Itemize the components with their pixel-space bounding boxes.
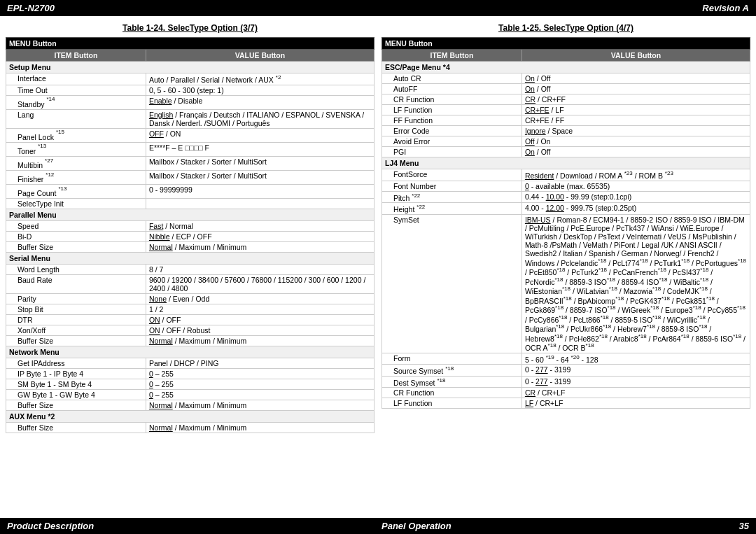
section-header: Setup Menu: [6, 62, 374, 73]
table25-col-value: VALUE Button: [522, 50, 750, 62]
table-row: Buffer SizeNormal / Maximum / Minimum: [6, 423, 374, 433]
table25: MENU Button ITEM Button VALUE Button ESC…: [382, 37, 750, 409]
table-row: CR FunctionCR / CR+FF: [382, 94, 750, 105]
value-cell: ON / OFF: [146, 315, 374, 325]
value-cell: 0 – 255: [146, 369, 374, 379]
table-row: Xon/XoffON / OFF / Robust: [6, 325, 374, 336]
table-row: SpeedFast / Normal: [6, 221, 374, 232]
table-row: Word Length8 / 7: [6, 265, 374, 275]
item-cell: Bi-D: [6, 232, 146, 242]
item-cell: Interface: [6, 73, 146, 85]
table24-col-headers: ITEM Button VALUE Button: [6, 50, 374, 62]
table25-menu-header-row: MENU Button: [382, 38, 750, 50]
table25-section: Table 1-25. SelecType Option (4/7) MENU …: [382, 23, 750, 433]
table24-col-item: ITEM Button: [6, 50, 146, 62]
table24-col-value: VALUE Button: [146, 50, 374, 62]
table-row: Height *224.00 - 12.00 - 999.75 (step:0.…: [382, 203, 750, 215]
table24-section-row: AUX Menu *2: [6, 411, 374, 423]
table24-section-row: Serial Menu: [6, 253, 374, 265]
table24-section-row: Network Menu: [6, 346, 374, 358]
section-header: Network Menu: [6, 346, 374, 358]
table-row: Avoid ErrorOff / On: [382, 136, 750, 147]
footer-center: Panel Operation: [382, 521, 451, 531]
value-cell: 4.00 - 12.00 - 999.75 (step:0.25pt): [522, 203, 750, 215]
table-row: LF FunctionLF / CR+LF: [382, 398, 750, 409]
table-row: Auto CROn / Off: [382, 73, 750, 84]
table24-menu-header-row: MENU Button: [6, 38, 374, 50]
item-cell: Buffer Size: [6, 423, 146, 433]
section-header: LJ4 Menu: [382, 157, 750, 169]
header-right: Revision A: [702, 3, 749, 13]
table-row: Baud Rate9600 / 19200 / 38400 / 57600 / …: [6, 275, 374, 294]
table-row: Multibin *27Mailbox / Stacker / Sorter /…: [6, 156, 374, 170]
item-cell: Word Length: [6, 265, 146, 275]
item-cell: Panel Lock *15: [6, 128, 146, 142]
table-row: Toner *13E****F – E □□□□ F: [6, 142, 374, 156]
table-row: Font Number0 - available (max. 65535): [382, 181, 750, 191]
footer-left: Product Description: [7, 521, 94, 531]
item-cell: Page Count *13: [6, 185, 146, 199]
value-cell: On / Off: [522, 84, 750, 94]
value-cell: Panel / DHCP / PING: [146, 358, 374, 369]
table24-menu-header: MENU Button: [6, 38, 374, 50]
value-cell: CR+FE / LF: [522, 105, 750, 115]
value-cell: 0 - 277 - 3199: [522, 365, 750, 377]
value-cell: 0 - 277 - 3199: [522, 376, 750, 388]
item-cell: Standby *14: [6, 95, 146, 109]
value-cell: 0 – 255: [146, 379, 374, 390]
table24-section-row: Setup Menu: [6, 62, 374, 73]
item-cell: FontSorce: [382, 169, 522, 181]
item-cell: Buffer Size: [6, 336, 146, 346]
value-cell: E****F – E □□□□ F: [146, 142, 374, 156]
header-left: EPL-N2700: [7, 3, 55, 13]
item-cell: SM Byte 1 - SM Byte 4: [6, 379, 146, 390]
value-cell: OFF / ON: [146, 128, 374, 142]
item-cell: Buffer Size: [6, 400, 146, 411]
item-cell: Baud Rate: [6, 275, 146, 294]
value-cell: Ignore / Space: [522, 126, 750, 136]
item-cell: LF Function: [382, 105, 522, 115]
value-cell: IBM-US / Roman-8 / ECM94-1 / 8859-2 ISO …: [522, 214, 750, 353]
value-cell: 5 - 60 *19 - 64 *20 - 128: [522, 353, 750, 365]
table25-col-item: ITEM Button: [382, 50, 522, 62]
value-cell: ON / OFF / Robust: [146, 325, 374, 336]
footer: Product Description Panel Operation 35: [0, 518, 756, 534]
table-row: ParityNone / Even / Odd: [6, 294, 374, 304]
item-cell: Time Out: [6, 85, 146, 95]
value-cell: LF / CR+LF: [522, 398, 750, 409]
item-cell: Lang: [6, 109, 146, 128]
table-row: FontSorceResident / Download / ROM A *23…: [382, 169, 750, 181]
table-row: Time Out0, 5 - 60 - 300 (step: 1): [6, 85, 374, 95]
table-row: Buffer SizeNormal / Maximum / Minimum: [6, 336, 374, 346]
value-cell: None / Even / Odd: [146, 294, 374, 304]
table-row: Finisher *12Mailbox / Stacker / Sorter /…: [6, 171, 374, 185]
section-header: AUX Menu *2: [6, 411, 374, 423]
item-cell: DTR: [6, 315, 146, 325]
footer-right: 35: [739, 521, 749, 531]
table-row: Standby *14Enable / Disable: [6, 95, 374, 109]
table25-col-headers: ITEM Button VALUE Button: [382, 50, 750, 62]
item-cell: Height *22: [382, 203, 522, 215]
table-row: Source Symset *180 - 277 - 3199: [382, 365, 750, 377]
value-cell: Mailbox / Stacker / Sorter / MultiSort: [146, 156, 374, 170]
item-cell: LF Function: [382, 398, 522, 409]
value-cell: On / Off: [522, 73, 750, 84]
value-cell: Normal / Maximum / Minimum: [146, 336, 374, 346]
table-row: PGIOn / Off: [382, 147, 750, 157]
value-cell: 0 - available (max. 65535): [522, 181, 750, 191]
item-cell: Dest Symset *18: [382, 376, 522, 388]
item-cell: SymSet: [382, 214, 522, 353]
value-cell: 0 – 255: [146, 390, 374, 400]
table24: MENU Button ITEM Button VALUE Button Set…: [6, 37, 374, 433]
item-cell: IP Byte 1 - IP Byte 4: [6, 369, 146, 379]
value-cell: Nibble / ECP / OFF: [146, 232, 374, 242]
item-cell: Font Number: [382, 181, 522, 191]
value-cell: Auto / Parallel / Serial / Network / AUX…: [146, 73, 374, 85]
item-cell: Finisher *12: [6, 171, 146, 185]
item-cell: Stop Bit: [6, 304, 146, 315]
table24-title: Table 1-24. SelecType Option (3/7): [6, 23, 374, 33]
table-row: SymSetIBM-US / Roman-8 / ECM94-1 / 8859-…: [382, 214, 750, 353]
table-row: DTRON / OFF: [6, 315, 374, 325]
section-header: Parallel Menu: [6, 209, 374, 221]
table-row: SM Byte 1 - SM Byte 40 – 255: [6, 379, 374, 390]
